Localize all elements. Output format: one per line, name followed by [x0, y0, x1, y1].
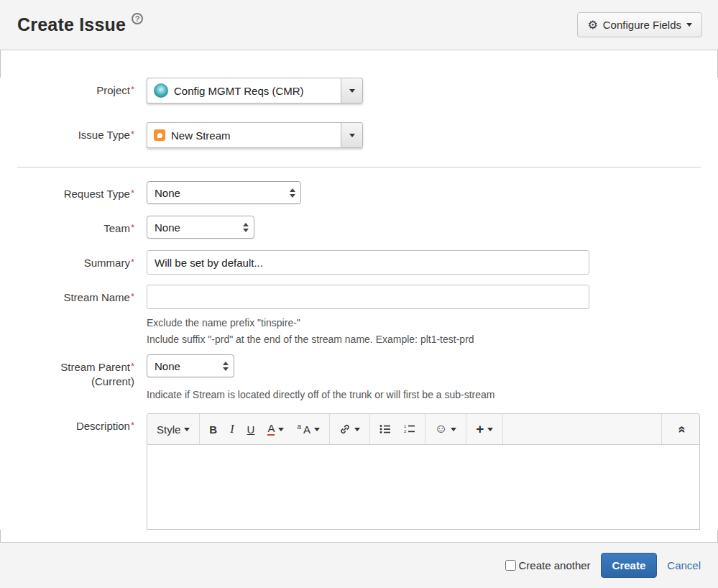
- style-dropdown[interactable]: Style: [150, 419, 196, 440]
- stream-name-help-1: Exclude the name prefix "tinspire-": [147, 317, 589, 329]
- issue-type-select-value: New Stream: [171, 129, 231, 142]
- section-divider: [17, 167, 701, 167]
- team-select-value: None: [155, 221, 180, 234]
- required-asterisk: *: [131, 291, 134, 302]
- stream-parent-help: Indicate if Stream is located directly o…: [147, 389, 495, 400]
- caret-down-icon: [451, 428, 456, 431]
- bullet-list-button[interactable]: [373, 420, 397, 438]
- stream-parent-label: Stream Parent* (Current): [0, 354, 141, 400]
- summary-row: Summary*: [0, 250, 718, 275]
- caret-down-icon: [686, 23, 692, 27]
- emoji-icon: ☺: [435, 422, 447, 436]
- numbered-list-button[interactable]: 1 2: [397, 420, 422, 438]
- svg-text:2: 2: [404, 429, 407, 433]
- required-asterisk: *: [131, 129, 134, 139]
- project-avatar-icon: [154, 83, 168, 98]
- bold-button[interactable]: B: [203, 419, 224, 440]
- required-asterisk: *: [131, 257, 134, 267]
- issue-type-select-dropdown-button[interactable]: [341, 122, 363, 148]
- configure-fields-label: Configure Fields: [603, 19, 681, 31]
- underline-button[interactable]: U: [241, 419, 262, 440]
- link-icon: [339, 423, 351, 435]
- request-type-row: Request Type* None: [0, 181, 718, 204]
- summary-input[interactable]: [147, 250, 589, 275]
- text-color-button[interactable]: A: [261, 418, 290, 440]
- required-asterisk: *: [131, 361, 134, 372]
- required-asterisk: *: [131, 188, 134, 198]
- create-another-group: Create another: [505, 559, 591, 571]
- description-row: Description* Style B I U A: [0, 413, 718, 530]
- stream-parent-row: Stream Parent* (Current) None Indicate i…: [0, 354, 718, 400]
- description-toolbar: Style B I U A a A: [147, 413, 700, 445]
- numbered-list-icon: 1 2: [404, 424, 415, 434]
- create-another-checkbox[interactable]: [505, 560, 516, 571]
- more-formatting-button[interactable]: a A: [290, 419, 326, 440]
- create-button[interactable]: Create: [601, 553, 658, 578]
- required-asterisk: *: [131, 84, 134, 95]
- select-spinner-icon: [243, 223, 249, 232]
- emoji-button[interactable]: ☺: [428, 418, 463, 441]
- request-type-select[interactable]: None: [147, 181, 301, 204]
- configure-fields-button[interactable]: ⚙ Configure Fields: [577, 12, 702, 37]
- stream-parent-label-suffix: (Current): [91, 375, 134, 387]
- gear-icon: ⚙: [587, 18, 597, 32]
- caret-down-icon: [354, 428, 360, 431]
- issue-type-select[interactable]: New Stream: [147, 122, 363, 148]
- stream-parent-select-value: None: [155, 360, 180, 372]
- select-spinner-icon: [223, 362, 229, 371]
- caret-down-icon: [349, 134, 355, 137]
- dialog-footer: Create another Create Cancel: [0, 542, 718, 588]
- stream-parent-select[interactable]: None: [147, 354, 234, 377]
- page-title: Create Issue: [17, 14, 126, 35]
- project-row: Project* Config MGMT Reqs (CMR): [0, 78, 718, 104]
- dialog-header: Create Issue ? ⚙ Configure Fields: [0, 0, 718, 50]
- project-select[interactable]: Config MGMT Reqs (CMR): [147, 78, 363, 104]
- stream-name-row: Stream Name* Exclude the name prefix "ti…: [0, 285, 718, 345]
- caret-down-icon: [184, 428, 190, 431]
- description-label: Description*: [0, 413, 141, 530]
- stream-name-help-2: Include suffix "-prd" at the end of the …: [147, 334, 589, 345]
- cancel-link[interactable]: Cancel: [667, 559, 701, 571]
- issue-type-row: Issue Type* New Stream: [0, 122, 718, 148]
- required-asterisk: *: [131, 420, 134, 431]
- link-button[interactable]: [333, 419, 367, 439]
- request-type-label: Request Type*: [0, 181, 141, 204]
- team-label: Team*: [0, 216, 141, 239]
- plus-icon: +: [476, 421, 484, 437]
- toolbar-spacer: [503, 414, 661, 444]
- insert-more-button[interactable]: +: [469, 417, 500, 441]
- description-editor[interactable]: [147, 445, 700, 530]
- select-spinner-icon: [290, 188, 295, 198]
- collapse-toolbar-button[interactable]: »: [671, 418, 691, 441]
- bullet-list-icon: [379, 424, 391, 434]
- create-another-label: Create another: [519, 559, 591, 571]
- help-icon[interactable]: ?: [132, 13, 143, 24]
- svg-text:1: 1: [404, 424, 407, 428]
- issue-type-label: Issue Type*: [0, 122, 141, 148]
- issue-type-icon: [154, 129, 165, 141]
- caret-down-icon: [487, 428, 493, 431]
- stream-name-label: Stream Name*: [0, 285, 141, 345]
- team-select[interactable]: None: [147, 216, 254, 239]
- required-asterisk: *: [131, 222, 134, 233]
- project-select-dropdown-button[interactable]: [341, 78, 363, 104]
- create-issue-dialog: Create Issue ? ⚙ Configure Fields Projec…: [0, 0, 718, 588]
- project-label: Project*: [0, 78, 141, 104]
- italic-button[interactable]: I: [224, 418, 240, 440]
- project-select-field[interactable]: Config MGMT Reqs (CMR): [147, 78, 341, 104]
- summary-label: Summary*: [0, 250, 141, 275]
- issue-type-select-field[interactable]: New Stream: [147, 122, 341, 148]
- project-select-value: Config MGMT Reqs (CMR): [174, 85, 304, 97]
- caret-down-icon: [314, 428, 320, 431]
- team-row: Team* None: [0, 216, 718, 239]
- collapse-chevron-icon: »: [673, 426, 688, 433]
- stream-name-input[interactable]: [147, 285, 589, 309]
- caret-down-icon: [278, 428, 284, 431]
- caret-down-icon: [349, 89, 355, 93]
- form-body: Project* Config MGMT Reqs (CMR) Issue Ty…: [0, 78, 718, 530]
- request-type-select-value: None: [155, 187, 180, 199]
